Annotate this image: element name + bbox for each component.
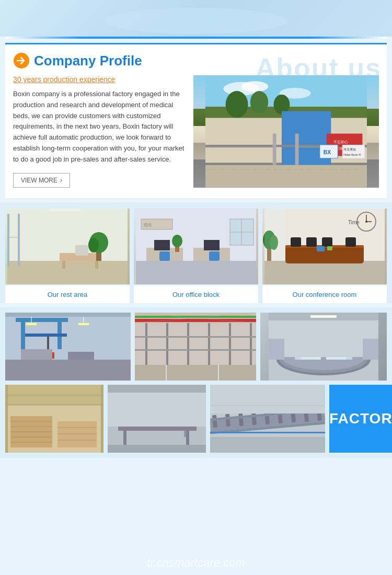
svg-rect-33: [95, 261, 98, 269]
rest-area-caption-box: Our rest area: [5, 285, 130, 303]
svg-rect-28: [7, 214, 9, 266]
profile-title: Company Profile: [34, 53, 142, 69]
factory-image-1: [5, 313, 131, 381]
svg-rect-72: [317, 246, 325, 251]
conference-room-item: Time Our conference room: [262, 209, 387, 303]
svg-point-7: [250, 91, 268, 113]
svg-rect-85: [5, 313, 131, 317]
office-block-caption: Our office block: [172, 291, 220, 298]
svg-rect-164: [210, 432, 325, 433]
factory-img4-svg: [5, 385, 103, 453]
svg-rect-37: [75, 245, 88, 256]
svg-rect-44: [154, 240, 170, 250]
svg-rect-141: [118, 427, 197, 431]
svg-rect-47: [209, 251, 220, 261]
svg-text:河北博信: 河北博信: [343, 148, 356, 151]
svg-point-49: [172, 235, 182, 247]
factory-image-svg: 不忘初心 牢记使命 BX 河北博信 Hebei Boxin R: [193, 75, 379, 188]
factory-img3-svg: [260, 313, 387, 381]
svg-rect-24: [205, 165, 367, 188]
svg-rect-56: [264, 261, 385, 284]
factory-img6-svg: [210, 385, 325, 453]
svg-rect-144: [108, 445, 206, 453]
company-profile-icon: [13, 52, 30, 69]
factory-image-4: [5, 385, 103, 453]
office-row-section: Our rest area: [0, 202, 392, 303]
svg-rect-143: [186, 431, 189, 446]
rest-area-image: [5, 209, 130, 284]
svg-rect-63: [345, 237, 356, 247]
factory-section: FACTORY: [0, 307, 392, 458]
factory-img5-svg: [108, 385, 206, 453]
svg-rect-93: [135, 316, 256, 318]
svg-rect-40: [136, 261, 256, 284]
profile-description: Boxin company is a professional factory …: [13, 89, 186, 165]
svg-rect-137: [108, 385, 206, 393]
svg-rect-118: [363, 339, 378, 360]
svg-rect-61: [306, 237, 317, 247]
svg-text:Hebei Boxin R: Hebei Boxin R: [343, 153, 361, 156]
profile-text-side: 30 years production experience Boxin com…: [13, 75, 186, 188]
conference-svg: Time: [262, 209, 387, 284]
svg-text:不忘初心: 不忘初心: [333, 140, 348, 144]
factory-image-6: [210, 385, 325, 453]
conference-caption-box: Our conference room: [262, 285, 387, 303]
factory-image-2: [135, 313, 256, 381]
office-block-caption-box: Our office block: [134, 285, 258, 303]
svg-rect-97: [145, 323, 147, 365]
svg-rect-89: [78, 323, 89, 325]
svg-rect-46: [159, 251, 170, 261]
svg-rect-102: [250, 323, 252, 365]
svg-rect-38: [49, 209, 80, 211]
view-more-button[interactable]: VIEW MORE ›: [13, 173, 70, 188]
factory-img2-svg: [135, 313, 256, 381]
deco-line: [5, 37, 387, 39]
rest-area-svg: [5, 209, 130, 284]
profile-image-side: 不忘初心 牢记使命 BX 河北博信 Hebei Boxin R: [193, 75, 379, 188]
svg-rect-162: [210, 385, 325, 413]
factory-entrance-image: 不忘初心 牢记使命 BX 河北博信 Hebei Boxin R: [193, 75, 379, 188]
factory-top-row: [5, 313, 387, 381]
svg-rect-82: [5, 360, 131, 381]
svg-rect-142: [123, 431, 126, 446]
company-profile-section: About us Company Profile 30 years produc…: [5, 43, 387, 198]
rest-area-item: Our rest area: [5, 209, 130, 303]
svg-rect-60: [291, 237, 301, 247]
svg-rect-13: [295, 134, 299, 165]
svg-rect-119: [310, 315, 337, 318]
svg-rect-12: [273, 134, 276, 165]
svg-rect-99: [187, 323, 189, 365]
svg-rect-73: [327, 246, 332, 250]
svg-rect-87: [26, 323, 37, 325]
profile-header: Company Profile: [13, 52, 379, 69]
office-block-svg: 现在: [134, 209, 258, 284]
office-block-image: 现在: [134, 209, 258, 284]
office-images-grid: Our rest area: [5, 209, 387, 303]
svg-rect-32: [62, 261, 65, 269]
svg-rect-83: [21, 349, 52, 360]
profile-content: 30 years production experience Boxin com…: [13, 75, 379, 188]
svg-point-6: [226, 91, 248, 118]
top-banner: [0, 0, 392, 37]
office-block-item: 现在 Our office block: [134, 209, 258, 303]
svg-rect-98: [166, 323, 168, 365]
svg-rect-103: [135, 336, 256, 338]
svg-rect-116: [269, 320, 378, 357]
svg-rect-74: [264, 209, 285, 261]
svg-point-36: [88, 238, 99, 252]
factory-image-3: [260, 313, 387, 381]
svg-rect-101: [229, 323, 231, 365]
svg-rect-147: [108, 393, 206, 427]
factory-label: FACTORY: [329, 410, 392, 427]
svg-rect-62: [322, 237, 332, 247]
svg-point-3: [241, 81, 268, 92]
svg-text:BX: BX: [324, 150, 331, 155]
watermark: tr.cnsmartcare.com: [0, 556, 392, 570]
experience-link[interactable]: 30 years production experience: [13, 75, 186, 84]
factory-img1-svg: [5, 313, 131, 381]
conference-caption: Our conference room: [293, 291, 357, 298]
svg-rect-100: [208, 323, 210, 365]
svg-text:现在: 现在: [144, 223, 152, 227]
svg-rect-117: [269, 339, 284, 360]
svg-rect-79: [25, 334, 67, 337]
